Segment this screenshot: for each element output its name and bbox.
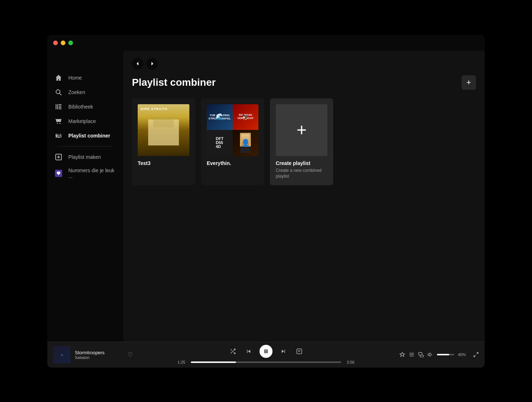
svg-rect-22 [419,352,422,355]
svg-line-26 [474,355,476,357]
svg-line-25 [476,352,478,354]
cover-sub-1: THE AMAZINGSTROOPWAFEL [207,104,233,130]
add-playlist-icon [55,153,63,161]
cover-sub-4 [233,130,259,156]
time-current: 1:25 [176,360,187,364]
svg-rect-14 [265,350,266,354]
devices-button[interactable] [418,352,424,357]
svg-marker-24 [428,353,430,356]
combiner-icon [55,132,63,140]
sidebar-item-playlist-combiner-label: Playlist combiner [68,133,110,139]
volume-percent: 40% [458,352,469,357]
create-cover: + [276,104,327,156]
add-icon: + [467,78,471,87]
app-window: Home Zoeken [47,35,485,368]
volume-fill [437,354,449,355]
create-playlist-card[interactable]: + Create playlist Create a new combined … [270,98,333,186]
player-bar: ⚔ Stormtroopers Sabaton ♡ [47,342,485,368]
time-total: 3:56 [345,360,356,364]
playlist-cover-everythin: THE AMAZINGSTROOPWAFEL RADHUISVERPLICHT … [207,104,258,156]
sidebar-item-playlist-combiner[interactable]: Playlist combiner [50,129,120,143]
playlists-grid: DIRE STRAITS Test3 [123,96,485,189]
lyrics-button[interactable] [294,346,304,356]
home-icon [55,74,63,82]
svg-point-0 [56,90,60,94]
svg-line-1 [60,93,61,95]
sidebar-item-playlist-maken-label: Playlist maken [68,154,101,160]
svg-point-9 [60,123,61,124]
volume-bar[interactable] [437,354,454,355]
cover-sub-3: DFTD554D [207,130,233,156]
svg-rect-23 [420,355,423,357]
sidebar-item-home[interactable]: Home [50,71,120,85]
sidebar: Home Zoeken [47,51,123,342]
minimize-button[interactable] [61,41,65,45]
playlist-name-everythin: Everythin. [207,160,258,166]
playlist-name-test3: Test3 [138,160,189,166]
svg-rect-2 [56,104,56,109]
nav-bar [123,51,485,69]
playlist-card-everythin[interactable]: THE AMAZINGSTROOPWAFEL RADHUISVERPLICHT … [201,98,264,186]
svg-point-8 [57,123,58,124]
add-playlist-button[interactable]: + [462,75,476,90]
close-button[interactable] [53,41,58,45]
maximize-button[interactable] [68,41,73,45]
playlist-card-test3[interactable]: DIRE STRAITS Test3 [132,98,195,186]
player-right: 40% [399,352,479,357]
sidebar-nav: Home Zoeken [47,68,123,185]
svg-rect-7 [59,109,61,109]
progress-bar[interactable] [191,361,341,363]
track-name: Stormtroopers [75,350,123,355]
album-thumbnail: ⚔ [53,346,70,363]
svg-rect-15 [266,350,267,354]
player-controls [228,345,304,358]
sidebar-divider [57,146,113,147]
sidebar-item-playlist-maken[interactable]: Playlist maken [50,150,120,164]
sidebar-item-marketplace-label: Marketplace [68,118,96,124]
volume-button[interactable] [428,352,433,357]
sidebar-item-marketplace[interactable]: Marketplace [50,114,120,128]
sidebar-item-bibliotheek[interactable]: Bibliotheek [50,100,120,114]
page-title: Playlist combiner [132,77,216,88]
svg-rect-6 [59,107,61,108]
player-center: 1:25 3:56 [137,345,395,364]
plus-icon: + [296,121,306,139]
fullscreen-button[interactable] [473,352,479,357]
forward-button[interactable] [146,58,158,69]
create-playlist-desc: Create a new combined playlist [276,168,327,180]
cover-sub-2: RADHUISVERPLICHT [233,104,259,130]
page-header: Playlist combiner + [123,69,485,96]
sidebar-item-liked[interactable]: Nummers die je leuk ... [50,165,120,182]
sidebar-item-zoeken-label: Zoeken [68,89,85,95]
main-content: Playlist combiner + DIRE STRAITS [123,51,485,342]
sidebar-item-zoeken[interactable]: Zoeken [50,85,120,99]
track-artist: Sabaton [75,355,123,360]
pause-button[interactable] [259,345,273,358]
sidebar-item-liked-label: Nummers die je leuk ... [68,168,116,179]
sidebar-item-home-label: Home [68,75,82,81]
pin-button[interactable] [399,352,405,357]
svg-rect-4 [59,104,61,105]
marketplace-icon [55,117,63,125]
shuffle-button[interactable] [228,346,238,356]
sidebar-item-bibliotheek-label: Bibliotheek [68,104,93,110]
create-playlist-title: Create playlist [276,160,327,166]
queue-button[interactable] [409,352,415,357]
library-icon [55,103,63,111]
prev-button[interactable] [244,346,254,356]
progress-fill [191,361,236,363]
progress-row: 1:25 3:56 [176,360,356,364]
back-button[interactable] [132,58,143,69]
playlist-cover-test3: DIRE STRAITS [138,104,189,156]
cover-label: DIRE STRAITS [141,107,168,111]
search-icon [55,88,63,96]
like-button[interactable]: ♡ [128,351,133,358]
svg-rect-3 [57,104,58,109]
window-traffic-lights [53,41,73,45]
now-playing: ⚔ Stormtroopers Sabaton ♡ [53,346,133,363]
svg-rect-5 [59,106,61,106]
liked-songs-icon [55,169,63,177]
next-button[interactable] [278,346,288,356]
track-info: Stormtroopers Sabaton [75,350,123,360]
